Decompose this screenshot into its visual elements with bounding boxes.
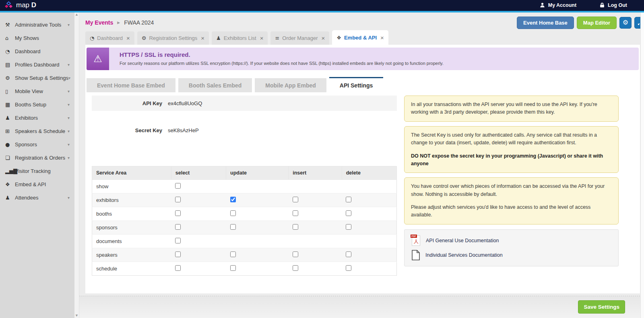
individual-services-doc-link[interactable]: Individual Services Documentation [412, 250, 611, 260]
sidebar-item-speakers-schedule[interactable]: ⊞Speakers & Schedule▾ [0, 125, 74, 138]
tab-registration-settings[interactable]: ⚙Registration Settings× [137, 31, 209, 45]
secret-key-row: Secret Key seK8sAzHeP [92, 123, 397, 138]
scroll-up-icon[interactable]: ▲ [76, 13, 78, 16]
speakers-insert-checkbox[interactable] [293, 251, 298, 257]
sidebar-item-profiles-dashboard[interactable]: ▤Profiles Dashboard▾ [0, 58, 74, 71]
main-content: My Events ▶ FWAA 2024 Event Home Base Ma… [79, 12, 644, 318]
sidebar-item-embed-api[interactable]: ❖Embed & API [0, 178, 74, 191]
service-name: schedule [92, 262, 171, 276]
booths-delete-checkbox[interactable] [346, 210, 351, 216]
sidebar-item-exhibitors[interactable]: ♟Exhibitors▾ [0, 111, 74, 125]
sidebar-item-label: Administrative Tools [15, 22, 68, 28]
tab-label: Registration Settings [149, 35, 197, 41]
tab-embed-api[interactable]: ❖Embed & API× [332, 30, 388, 45]
exhibitors-select-checkbox[interactable] [175, 197, 181, 202]
close-icon[interactable]: × [260, 35, 264, 42]
sidebar-item-label: Mobile View [15, 88, 68, 94]
schedule-select-checkbox[interactable] [175, 265, 181, 271]
subtab-booth-sales-embed[interactable]: Booth Sales Embed [178, 78, 252, 92]
grid-icon: ▦ [5, 102, 15, 107]
sidebar-item-visitor-tracking[interactable]: ▂▅▇Visitor Tracking [0, 164, 74, 178]
sidebar-item-booths-setup[interactable]: ▦Booths Setup▾ [0, 98, 74, 111]
documents-select-checkbox[interactable] [175, 238, 181, 243]
cell-insert [289, 221, 342, 235]
subtab-mobile-app-embed[interactable]: Mobile App Embed [255, 78, 326, 92]
sidebar-item-label: Embed & API [15, 181, 70, 187]
booths-select-checkbox[interactable] [175, 210, 181, 216]
mobile-icon: ▯ [5, 89, 15, 94]
sponsors-update-checkbox[interactable] [230, 224, 236, 230]
user-icon [540, 2, 545, 8]
map-editor-button[interactable]: Map Editor [577, 17, 617, 29]
service-name: documents [92, 235, 171, 248]
api-key-row: API Key ex4cflu8UoGQ [92, 96, 397, 111]
chevron-down-icon: ▾ [68, 129, 70, 133]
cell-delete [342, 248, 396, 262]
sidebar-item-administrative-tools[interactable]: ⚒Administrative Tools▾ [0, 18, 74, 31]
close-icon[interactable]: × [126, 35, 130, 42]
api-general-doc-link[interactable]: API General Use Documentation [412, 235, 611, 246]
sidebar-item-attendees[interactable]: ♟Attendees▾ [0, 191, 74, 204]
exhibitors-update-checkbox[interactable] [230, 197, 236, 202]
cell-update [226, 248, 289, 262]
schedule-delete-checkbox[interactable] [346, 265, 351, 271]
cell-select [171, 193, 226, 207]
tab-dashboard[interactable]: ◔Dashboard× [85, 31, 134, 45]
save-settings-button[interactable]: Save Settings [578, 300, 625, 314]
my-account-button[interactable]: My Account [540, 2, 576, 8]
sponsors-select-checkbox[interactable] [175, 224, 181, 230]
speakers-update-checkbox[interactable] [230, 251, 236, 257]
sponsors-insert-checkbox[interactable] [293, 224, 298, 230]
cell-update [226, 193, 289, 207]
close-icon[interactable]: × [322, 35, 325, 42]
speakers-select-checkbox[interactable] [175, 251, 181, 257]
chevron-down-icon: ▾ [68, 103, 70, 107]
exhibitors-insert-checkbox[interactable] [293, 197, 298, 202]
table-row: schedule [92, 262, 397, 276]
sidebar-item-label: Booths Setup [15, 102, 68, 108]
tab-order-manager[interactable]: ≡Order Manager× [270, 31, 329, 45]
subtab-api-settings[interactable]: API Settings [329, 77, 383, 92]
info-column: In all your transactions with the API se… [404, 96, 619, 224]
cell-select [171, 248, 226, 262]
booths-insert-checkbox[interactable] [293, 210, 298, 216]
sidebar-item-my-shows[interactable]: ⌂My Shows [0, 31, 74, 45]
schedule-update-checkbox[interactable] [230, 265, 236, 271]
sidebar-item-label: Attendees [15, 195, 68, 201]
sidebar-item-show-setup-settings[interactable]: ⚙Show Setup & Settings▾ [0, 71, 74, 85]
close-icon[interactable]: × [201, 35, 204, 42]
sidebar-scrollbar[interactable]: ▲ ▼ [74, 12, 79, 318]
sidebar-item-mobile-view[interactable]: ▯Mobile View▾ [0, 85, 74, 98]
content-card: ⚠ HTTPS / SSL is required. For security … [85, 45, 640, 293]
cell-insert [289, 248, 342, 262]
settings-gear-button[interactable]: ⚙ [619, 17, 632, 29]
cell-delete [342, 262, 396, 276]
my-account-label: My Account [548, 2, 576, 8]
schedule-insert-checkbox[interactable] [293, 265, 298, 271]
event-home-base-button[interactable]: Event Home Base [517, 17, 574, 29]
scroll-down-icon[interactable]: ▼ [76, 314, 78, 317]
service-name: booths [92, 207, 171, 221]
sidebar-item-sponsors[interactable]: ●Sponsors▾ [0, 138, 74, 151]
page-scrollbar[interactable] [640, 12, 644, 318]
subtab-event-home-base-embed[interactable]: Event Home Base Embed [87, 78, 175, 92]
cell-delete [342, 207, 396, 221]
sidebar-item-registration-orders[interactable]: ❏Registration & Orders▾ [0, 151, 74, 164]
briefcase-icon: ▤ [5, 62, 15, 67]
exhibitors-delete-checkbox[interactable] [346, 197, 351, 202]
close-icon[interactable]: × [380, 34, 384, 41]
breadcrumb-my-events[interactable]: My Events [85, 19, 113, 26]
log-out-button[interactable]: Log Out [600, 2, 627, 8]
tab-exhibitors-list[interactable]: ♟Exhibitors List× [212, 31, 268, 45]
show-select-checkbox[interactable] [175, 183, 181, 189]
ssl-alert: ⚠ HTTPS / SSL is required. For security … [87, 48, 639, 70]
speakers-delete-checkbox[interactable] [346, 251, 351, 257]
service-table-body: showexhibitorsboothssponsorsdocumentsspe… [92, 180, 397, 276]
booths-update-checkbox[interactable] [230, 210, 236, 216]
secret-key-label: Secret Key [92, 127, 162, 133]
puzzle-icon: ❖ [5, 182, 15, 187]
sidebar-item-label: Speakers & Schedule [15, 128, 68, 134]
gear-icon: ⚙ [623, 19, 628, 26]
sidebar-item-dashboard[interactable]: ◔Dashboard [0, 45, 74, 58]
sponsors-delete-checkbox[interactable] [346, 224, 351, 230]
